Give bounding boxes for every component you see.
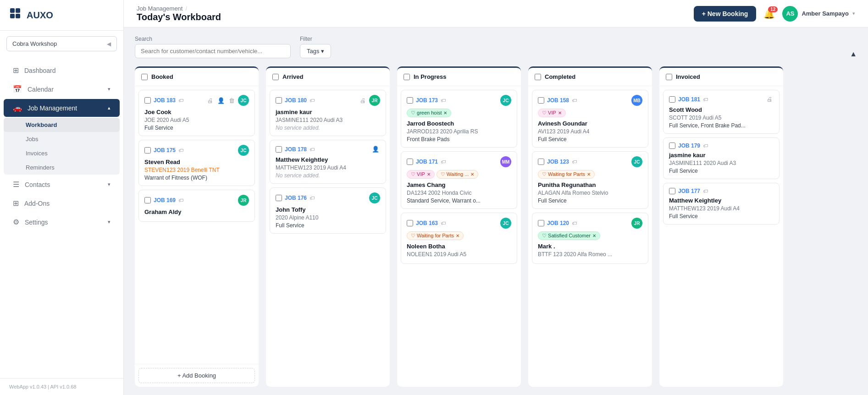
column-checkbox-completed[interactable] [535, 74, 541, 80]
new-booking-button[interactable]: + New Booking [694, 6, 757, 22]
tag-icon: 🏷 [310, 195, 315, 201]
print-action-button[interactable]: 🖨 [766, 95, 774, 104]
add-booking-button[interactable]: + Add Booking [138, 368, 255, 383]
card-checkbox[interactable] [276, 97, 282, 104]
user-menu[interactable]: AS Amber Sampayo ▾ [782, 6, 855, 22]
tag-close-button[interactable]: ✕ [558, 110, 562, 115]
card-checkbox[interactable] [538, 220, 544, 226]
tag-icon: 🏷 [178, 198, 183, 203]
card-checkbox[interactable] [144, 197, 151, 203]
sidebar-item-settings[interactable]: ⚙ Settings ▾ [4, 213, 120, 231]
card[interactable]: JOB 120 🏷 JR ♡ Satisfied Customer ✕ Mark… [532, 213, 648, 264]
tag-close-button[interactable]: ✕ [443, 110, 447, 115]
sidebar-item-job-management[interactable]: 🚗 Job Management ▴ [4, 99, 120, 117]
person-action-button[interactable]: 👤 [216, 96, 226, 105]
job-link[interactable]: JOB 175 [154, 147, 176, 154]
card[interactable]: JOB 183 🏷 🖨👤🗑 JC Joe Cook JOE 2020 Audi … [138, 90, 255, 136]
card-checkbox[interactable] [144, 97, 151, 104]
card-service: Full Service [669, 213, 774, 219]
card-service: Full Service [669, 168, 774, 174]
card[interactable]: JOB 179 🏷 jasmine kaur JASMINE111 2020 A… [663, 137, 780, 179]
card-checkbox[interactable] [669, 188, 675, 194]
sidebar-item-reminders[interactable]: Reminders [4, 160, 120, 175]
job-link[interactable]: JOB 173 [416, 97, 438, 104]
card-checkbox[interactable] [669, 143, 675, 149]
card-checkbox[interactable] [669, 96, 675, 103]
card[interactable]: JOB 123 🏷 JC ♡ Waiting for Parts ✕ Punit… [532, 151, 648, 209]
column-checkbox-arrived[interactable] [272, 74, 279, 80]
logo-area: AUXO [0, 0, 123, 31]
sidebar-item-workboard[interactable]: Workboard [4, 118, 120, 132]
person-action-button[interactable]: 👤 [371, 145, 380, 154]
topbar-right: + New Booking 🔔 12 AS Amber Sampayo ▾ [694, 6, 855, 22]
column-header-invoiced: Invoiced [659, 68, 783, 86]
collapse-button[interactable]: ▲ [850, 50, 857, 58]
card-service: No service added. [276, 172, 380, 179]
job-link[interactable]: JOB 120 [547, 220, 569, 226]
card[interactable]: JOB 181 🏷 🖨 Scott Wood SCOTT 2019 Audi A… [663, 90, 780, 134]
card-checkbox[interactable] [407, 97, 413, 104]
tag-close-button[interactable]: ✕ [427, 172, 431, 177]
column-title-completed: Completed [545, 73, 575, 80]
search-input[interactable] [135, 44, 291, 58]
job-link[interactable]: JOB 171 [416, 159, 438, 165]
card[interactable]: JOB 173 🏷 JC ♡ green hoist ✕ Jarrod Boos… [401, 90, 517, 148]
job-link[interactable]: JOB 176 [285, 195, 307, 201]
sidebar-item-invoices[interactable]: Invoices [4, 146, 120, 160]
tag-green-hoist: ♡ green hoist ✕ [407, 109, 451, 117]
tag-icon: 🏷 [703, 188, 708, 194]
card-checkbox[interactable] [276, 195, 282, 201]
column-checkbox-booked[interactable] [141, 74, 148, 80]
sidebar-item-contacts[interactable]: ☰ Contacts ▾ [4, 176, 120, 193]
card-customer-name: Mark . [538, 243, 642, 250]
print-action-button[interactable]: 🖨 [206, 96, 214, 105]
job-link[interactable]: JOB 179 [678, 143, 700, 149]
notification-button[interactable]: 🔔 12 [763, 8, 775, 19]
job-link[interactable]: JOB 169 [154, 197, 176, 203]
card[interactable]: JOB 171 🏷 MM ♡ VIP ✕ ♡ Waiting ... ✕ Jam… [401, 151, 517, 209]
job-link[interactable]: JOB 158 [547, 97, 569, 104]
column-checkbox-invoiced[interactable] [666, 74, 672, 80]
print-action-button[interactable]: 🖨 [359, 96, 367, 105]
sidebar-item-dashboard[interactable]: ⊞ Dashboard [4, 61, 120, 79]
card[interactable]: JOB 180 🏷 🖨 JR jasmine kaur JASMINE111 2… [270, 90, 386, 136]
job-link[interactable]: JOB 178 [285, 146, 307, 153]
card[interactable]: JOB 178 🏷 👤 Matthew Keightley MATTHEW123… [270, 140, 386, 184]
column-completed: Completed JOB 158 🏷 MB ♡ VIP ✕ Avinesh G… [528, 66, 652, 387]
card-checkbox[interactable] [144, 147, 151, 154]
trash-action-button[interactable]: 🗑 [228, 96, 236, 105]
sidebar-item-calendar[interactable]: 📅 Calendar ▾ [4, 80, 120, 98]
card[interactable]: JOB 176 🏷 JC John Toffy 2020 Alpine A110… [270, 187, 386, 234]
card[interactable]: JOB 158 🏷 MB ♡ VIP ✕ Avinesh Goundar AVI… [532, 90, 648, 148]
card[interactable]: JOB 175 🏷 JC Steven Read STEVEN123 2019 … [138, 140, 255, 186]
job-link[interactable]: JOB 163 [416, 220, 438, 226]
sidebar-item-jobs[interactable]: Jobs [4, 132, 120, 146]
tag-close-button[interactable]: ✕ [470, 172, 474, 177]
card[interactable]: JOB 163 🏷 JC ♡ Waiting for Parts ✕ Nolee… [401, 213, 517, 264]
card-customer-name: jasmine kaur [669, 152, 774, 159]
job-link[interactable]: JOB 183 [154, 97, 176, 104]
card[interactable]: JOB 169 🏷 JR Graham Aldy [138, 190, 255, 222]
card-checkbox[interactable] [407, 159, 413, 165]
workspace-selector[interactable]: Cobra Workshop ◀ [6, 36, 117, 51]
job-link[interactable]: JOB 181 [678, 96, 700, 103]
filter-tags-button[interactable]: Tags ▾ [300, 44, 331, 58]
card[interactable]: JOB 177 🏷 Matthew Keightley MATTHEW123 2… [663, 183, 780, 225]
column-checkbox-in-progress[interactable] [404, 74, 410, 80]
job-link[interactable]: JOB 123 [547, 159, 569, 165]
card-checkbox[interactable] [538, 159, 544, 165]
card-checkbox[interactable] [538, 97, 544, 104]
tag-waiting: ♡ Waiting ... ✕ [437, 170, 479, 179]
card-service: Full Service, Front Brake Pad... [669, 122, 774, 129]
sidebar-item-addons[interactable]: ⊞ Add-Ons [4, 194, 120, 212]
card-checkbox[interactable] [276, 146, 282, 153]
tag-close-button[interactable]: ✕ [592, 233, 596, 238]
card-checkbox[interactable] [407, 220, 413, 226]
job-link[interactable]: JOB 177 [678, 188, 700, 194]
card-service: Warrant of Fitness (WOF) [144, 175, 249, 181]
tag-close-button[interactable]: ✕ [456, 233, 459, 238]
auxo-logo-icon [9, 7, 22, 23]
tag-close-button[interactable]: ✕ [587, 172, 591, 177]
main-content: Job Management / Today's Workboard + New… [124, 0, 868, 395]
job-link[interactable]: JOB 180 [285, 97, 307, 104]
